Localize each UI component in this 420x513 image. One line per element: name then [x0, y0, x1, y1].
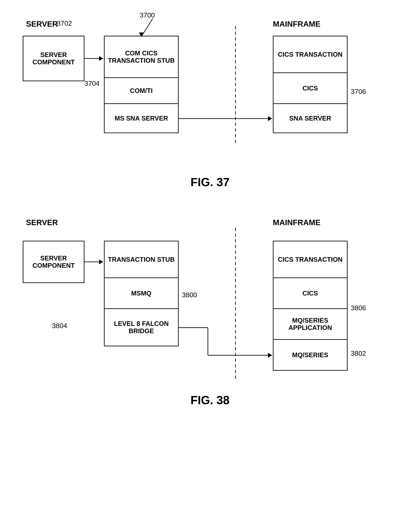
fig37-svg [13, 10, 407, 169]
fig38-server-component-box: SERVER COMPONENT [23, 241, 84, 283]
fig37-server-component-box: SERVER COMPONENT [23, 36, 84, 81]
fig38-msmq-box: MSMQ [104, 278, 179, 309]
svg-marker-13 [268, 353, 272, 358]
fig38-container: SERVER MAINFRAME SERVER COMPONENT TRANSA… [13, 208, 407, 407]
fig37-cics-transaction-box: CICS TRANSACTION [273, 36, 348, 73]
fig37-arrow-ref: 3700 [140, 11, 155, 19]
fig38-mainframe-ref1: 3806 [351, 304, 366, 312]
fig38-server-label: SERVER [26, 218, 58, 227]
fig38-mq-series-app-box: MQ/SERIES APPLICATION [273, 309, 348, 340]
svg-marker-8 [99, 259, 103, 264]
fig38-bridge-ref: 3804 [52, 322, 67, 330]
fig37-cics-box: CICS [273, 73, 348, 104]
svg-marker-6 [268, 116, 272, 121]
svg-line-0 [141, 19, 153, 37]
fig37-mainframe-ref: 3706 [351, 88, 366, 96]
fig37-com-cics-stub-box: COM CICS TRANSACTION STUB [104, 36, 179, 78]
fig38-cics-box: CICS [273, 278, 348, 309]
fig37-ms-sna-box: MS SNA SERVER [104, 104, 179, 133]
fig37-server-label: SERVER [26, 20, 58, 28]
fig38-diagram: SERVER MAINFRAME SERVER COMPONENT TRANSA… [13, 208, 407, 387]
fig37-container: SERVER 3702 MAINFRAME 3700 SERVER COMPON… [13, 10, 407, 189]
fig37-mainframe-label: MAINFRAME [273, 20, 320, 28]
fig38-mainframe-ref2: 3802 [351, 350, 366, 357]
fig38-bridge-box: LEVEL 8 FALCON BRIDGE [104, 309, 179, 346]
fig37-diagram: SERVER 3702 MAINFRAME 3700 SERVER COMPON… [13, 10, 407, 169]
fig37-com-ti-box: COM/TI [104, 78, 179, 104]
fig38-mq-series-box: MQ/SERIES [273, 340, 348, 371]
fig38-mainframe-label: MAINFRAME [273, 218, 320, 227]
fig37-caption: FIG. 37 [13, 175, 407, 189]
fig38-cics-transaction-box: CICS TRANSACTION [273, 241, 348, 278]
fig38-transaction-stub-box: TRANSACTION STUB [104, 241, 179, 278]
fig38-svg [13, 208, 407, 387]
fig38-caption: FIG. 38 [13, 393, 407, 407]
svg-marker-3 [99, 56, 103, 61]
fig37-server-ref: 3702 [57, 20, 72, 27]
fig37-sna-server-box: SNA SERVER [273, 104, 348, 133]
fig37-stub-ref: 3704 [84, 80, 100, 87]
fig38-stub-ref: 3800 [182, 291, 197, 299]
